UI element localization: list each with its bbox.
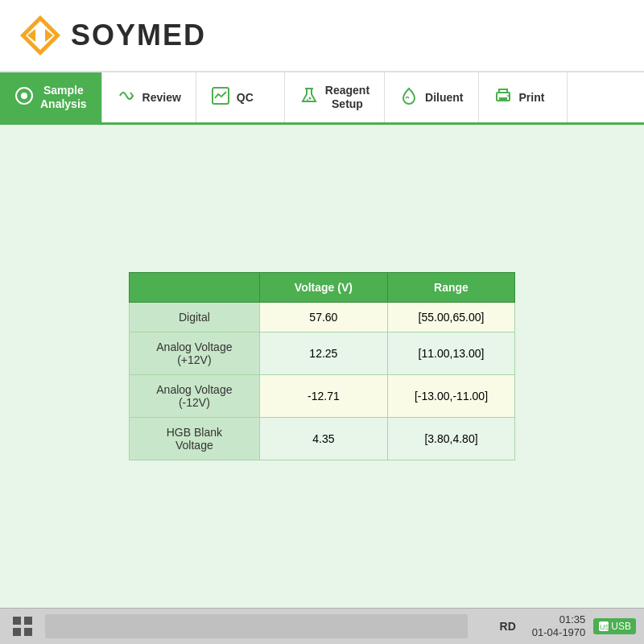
table-cell-voltage: 4.35 [259,418,387,460]
table-row: Digital57.60[55.00,65.00] [130,303,515,332]
table-cell-range: [3.80,4.80] [387,418,514,460]
nav-label-reagent-setup: ReagentSetup [325,84,369,111]
svg-point-9 [307,99,308,101]
table-cell-label: HGB BlankVoltage [130,418,260,460]
logo-text: SOYMED [71,19,206,52]
table-cell-range: [55.00,65.00] [387,303,514,332]
nav-item-reagent-setup[interactable]: ReagentSetup [285,72,385,122]
grid-icon[interactable] [8,612,37,641]
status-bar-middle [45,614,468,638]
svg-rect-16 [24,628,32,636]
nav-label-sample-analysis: SampleAnalysis [40,84,87,111]
table-row: Analog Voltage(+12V)12.25[11.00,13.00] [130,332,515,375]
reagent-setup-icon [299,86,319,109]
sample-analysis-icon [14,86,34,109]
nav-label-print: Print [519,91,545,105]
table-row: HGB BlankVoltage4.35[3.80,4.80] [130,418,515,460]
nav-label-review: Review [142,91,181,105]
status-date-value: 01-04-1970 [532,626,586,638]
usb-label: USB [611,621,631,632]
nav-label-diluent: Diluent [425,91,463,105]
review-icon [117,86,136,109]
usb-icon: USB USB [593,618,636,634]
nav-item-review[interactable]: Review [102,72,196,122]
table-header-range: Range [387,273,514,303]
table-header-label [130,273,260,303]
nav-label-qc: QC [237,91,254,105]
svg-point-8 [308,97,311,99]
qc-icon [211,86,230,109]
nav-item-sample-analysis[interactable]: SampleAnalysis [0,72,102,122]
svg-rect-13 [13,617,21,625]
statusbar: RD 01:35 01-04-1970 USB USB [0,608,644,644]
status-rd: RD [484,620,532,633]
table-cell-range: [-13.00,-11.00] [387,375,514,418]
table-header-voltage: Voltage (V) [259,273,387,303]
nav-item-qc[interactable]: QC [196,72,285,122]
soymed-logo-icon [16,11,64,60]
voltage-table: Voltage (V) Range Digital57.60[55.00,65.… [129,272,515,460]
navbar: SampleAnalysis Review QC [0,72,644,125]
table-cell-voltage: 57.60 [259,303,387,332]
svg-rect-15 [13,628,21,636]
svg-text:USB: USB [600,623,609,631]
table-cell-voltage: 12.25 [259,332,387,375]
table-cell-label: Analog Voltage(-12V) [130,375,260,418]
header: SOYMED [0,0,644,72]
main-content: Voltage (V) Range Digital57.60[55.00,65.… [0,125,644,608]
status-time-value: 01:35 [559,613,586,625]
table-cell-label: Digital [130,303,260,332]
print-icon [493,86,513,109]
logo-area: SOYMED [16,11,206,60]
status-time: 01:35 01-04-1970 [532,613,586,638]
table-cell-label: Analog Voltage(+12V) [130,332,260,375]
svg-rect-11 [499,97,507,101]
table-cell-voltage: -12.71 [259,375,387,418]
table-row: Analog Voltage(-12V)-12.71[-13.00,-11.00… [130,375,515,418]
table-cell-range: [11.00,13.00] [387,332,514,375]
diluent-icon [399,86,419,109]
nav-item-print[interactable]: Print [479,72,568,122]
nav-item-diluent[interactable]: Diluent [385,72,478,122]
svg-point-12 [507,95,509,97]
svg-point-5 [21,93,27,99]
svg-rect-14 [24,617,32,625]
